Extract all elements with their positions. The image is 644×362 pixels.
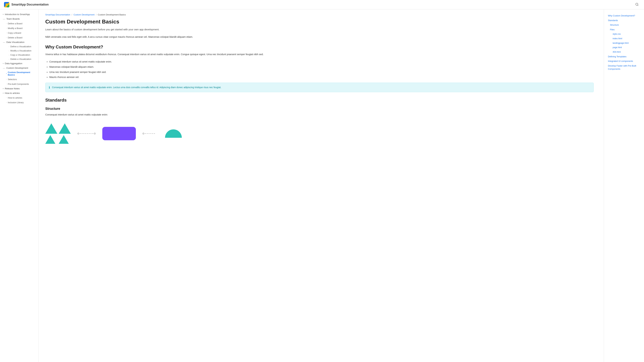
search-button[interactable] (634, 1, 640, 8)
bullet-dot: · (9, 54, 10, 56)
sidebar-item-data-agg[interactable]: › Data Aggregation (0, 61, 38, 66)
bullet-dot: · (9, 49, 10, 52)
sidebar-item-howto-2[interactable]: How-to articles (0, 95, 38, 100)
breadcrumb-separator: / (72, 13, 72, 16)
toc-item-develop-faster[interactable]: Develop Faster with Pre-Built Components (606, 63, 641, 71)
sidebar-item-howto-1[interactable]: › How-to articles (0, 91, 38, 95)
bullet-dot: · (9, 58, 10, 60)
arrow-icon: › (3, 88, 4, 89)
app-title: SmartApp Documentation (12, 3, 49, 6)
toc-item-404-html[interactable]: 404.html (606, 50, 641, 54)
arrow-icon: › (3, 62, 4, 64)
bullet-item: Consequat interdum varius sit amet matti… (49, 60, 594, 64)
triangles-group (45, 123, 71, 144)
info-icon: ℹ (49, 86, 50, 89)
toc-item-landing-html[interactable]: landingpage.html (606, 41, 641, 45)
sidebar-item-selectors[interactable]: Selectors (0, 77, 38, 82)
page-title: Custom Development Basics (45, 18, 594, 25)
toc-item-style-css[interactable]: style.css (606, 32, 641, 36)
structure-para: Consequat interdum varius sit amet matti… (45, 113, 594, 117)
sidebar-item-copy-viz[interactable]: · Copy a Visualization (0, 53, 38, 57)
semi-circle (165, 129, 182, 138)
main-content: SmartApp Documentation / Custom Developm… (38, 9, 600, 362)
toc-item-page-html[interactable]: page.html (606, 45, 641, 50)
bullet-dot: · (9, 45, 10, 48)
bullet-item: Urna nec tincidunt praesent semper feugi… (49, 70, 594, 74)
sidebar-item-define-board[interactable]: Define a Board (0, 21, 38, 26)
diagram-area (45, 120, 594, 147)
toc-item-files[interactable]: Files (606, 27, 641, 32)
sidebar-item-modify-board[interactable]: Modify a Board (0, 26, 38, 30)
triangle-bl (45, 135, 55, 144)
connector-dot (142, 133, 144, 134)
toc-item-integrated-ui[interactable]: Integrated UI components (606, 59, 641, 63)
toc-item-standards[interactable]: Standards (606, 18, 641, 23)
sidebar-item-release-notes[interactable]: › Release Notes (0, 86, 38, 91)
dashed-connector (78, 133, 96, 134)
svg-line-1 (638, 5, 638, 6)
toc-item-defining-templates[interactable]: Defining Templates (606, 54, 641, 59)
sidebar-item-intro[interactable]: › Introduction to SmartApp (0, 12, 38, 16)
info-box: ℹ Consequat interdum varius sit amet mat… (45, 83, 594, 92)
search-icon (635, 3, 639, 6)
dashed-line (80, 133, 93, 134)
header-left: SmartApp Documentation (4, 2, 49, 7)
purple-box (102, 127, 136, 140)
sidebar-item-prebuilt[interactable]: Pre-built Components (0, 82, 38, 86)
breadcrumb-current: Custom Development Basics (98, 13, 126, 16)
why-bullets: Consequat interdum varius sit amet matti… (49, 60, 594, 79)
triangle-tr (59, 123, 71, 134)
connector-dot-right (94, 133, 96, 134)
bullet-item: Maecenas volutpat blandit aliquam etiam. (49, 65, 594, 69)
arrow-icon: › (3, 92, 4, 94)
sidebar-item-define-viz[interactable]: · Define a Visualization (0, 44, 38, 49)
sidebar-item-team-boards[interactable]: ⌄ Team Boards (0, 16, 38, 21)
section-standards-heading: Standards (45, 97, 594, 103)
app-header: SmartApp Documentation (0, 0, 644, 9)
triangle-tl (45, 123, 57, 134)
sidebar-item-modify-viz[interactable]: · Modify a Visualization (0, 49, 38, 53)
toc-item-structure[interactable]: Structure (606, 23, 641, 27)
toc-item-index-html[interactable]: index.html (606, 36, 641, 41)
sidebar-item-custom-dev[interactable]: ⌄ Custom Development (0, 66, 38, 70)
right-connector (142, 133, 155, 134)
sidebar-left: › Introduction to SmartApp ⌄ Team Boards… (0, 9, 38, 362)
sidebar-item-delete-viz[interactable]: · Delete a Visualization (0, 57, 38, 61)
section-why-heading: Why Custom Development? (45, 44, 594, 50)
arrow-icon: › (3, 13, 4, 15)
section-structure-heading: Structure (45, 107, 594, 111)
sidebar-item-custom-dev-basics[interactable]: Custom Development Basics (0, 70, 38, 77)
breadcrumb-link-home[interactable]: SmartApp Documentation (45, 13, 70, 16)
info-text: Consequat interdum varius sit amet matti… (52, 85, 221, 89)
sidebar-item-copy-board[interactable]: Copy a Board (0, 30, 38, 35)
dashed-line-right (145, 133, 155, 134)
breadcrumb: SmartApp Documentation / Custom Developm… (45, 13, 594, 16)
triangle-br (59, 135, 69, 144)
sidebar-right-toc: Why Custom Development? Standards Struct… (604, 9, 644, 362)
intro-para: Nibh venenatis cras sed felis eget velit… (45, 35, 594, 39)
breadcrumb-link-custom-dev[interactable]: Custom Development (74, 13, 94, 16)
sidebar-item-data-viz[interactable]: ⌄ Data Visualization (0, 40, 38, 44)
why-para: Viverra tellus in hac habitasse platea d… (45, 52, 594, 56)
sidebar-item-delete-board[interactable]: Delete a Board (0, 35, 38, 40)
toc-item-why[interactable]: Why Custom Development? (606, 13, 641, 18)
app-logo (4, 2, 10, 7)
page-subtitle: Learn about the basics of custom develop… (45, 27, 594, 31)
breadcrumb-separator: / (96, 13, 96, 16)
sidebar-item-inclusion-lib[interactable]: Inclusion Library (0, 100, 38, 105)
bullet-item: Mauris rhoncus aenean vel. (49, 75, 594, 79)
arrow-icon: ⌄ (3, 18, 5, 20)
connector-dot-left (78, 133, 79, 134)
page-layout: › Introduction to SmartApp ⌄ Team Boards… (0, 9, 644, 362)
arrow-icon: ⌄ (3, 41, 5, 43)
arrow-icon: ⌄ (3, 67, 5, 69)
